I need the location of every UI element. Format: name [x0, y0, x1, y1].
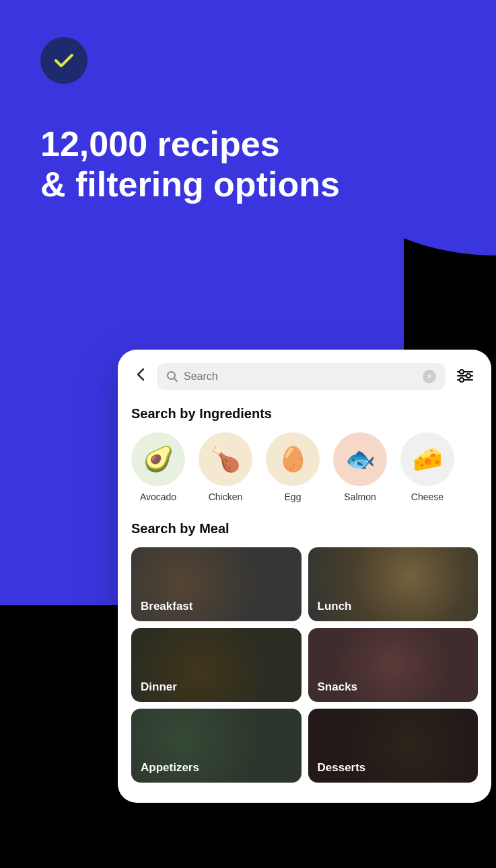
ingredients-title: Search by Ingredients [131, 406, 478, 422]
meals-title: Search by Meal [131, 521, 478, 537]
check-badge [40, 37, 87, 84]
chicken-label: Chicken [209, 491, 243, 502]
ingredients-row: 🥑 Avocado 🍗 Chicken 🥚 Egg 🐟 Salmon 🧀 Che… [131, 432, 478, 502]
meals-section: Search by Meal Breakfast Lunch Dinner Sn… [131, 521, 478, 783]
lunch-label: Lunch [318, 600, 352, 613]
hero-title: 12,000 recipes & filtering options [40, 124, 456, 205]
chicken-circle: 🍗 [199, 432, 252, 486]
back-button[interactable] [131, 365, 150, 388]
ingredient-cheese[interactable]: 🧀 Cheese [400, 432, 454, 502]
back-arrow-icon [137, 368, 145, 381]
checkmark-icon [52, 48, 76, 73]
search-input[interactable] [184, 370, 417, 383]
avocado-circle: 🥑 [131, 432, 185, 486]
meal-grid: Breakfast Lunch Dinner Snacks Appetizers [131, 547, 478, 783]
svg-line-1 [174, 379, 178, 382]
meal-breakfast[interactable]: Breakfast [131, 547, 302, 621]
breakfast-label: Breakfast [141, 600, 193, 613]
app-card: × Search by Ingredients 🥑 Avocado 🍗 Chic… [118, 350, 491, 803]
svg-point-7 [460, 378, 464, 382]
ingredient-avocado[interactable]: 🥑 Avocado [131, 432, 185, 502]
hero-section: 12,000 recipes & filtering options [0, 0, 496, 205]
cheese-circle: 🧀 [400, 432, 454, 486]
avocado-label: Avocado [140, 491, 176, 502]
meal-dinner[interactable]: Dinner [131, 628, 302, 702]
snacks-label: Snacks [318, 680, 358, 694]
search-input-container: × [157, 363, 446, 390]
search-bar-row: × [131, 363, 478, 390]
search-icon [166, 370, 178, 383]
cheese-label: Cheese [411, 491, 444, 502]
svg-point-6 [466, 374, 470, 378]
meal-snacks[interactable]: Snacks [308, 628, 479, 702]
meal-appetizers[interactable]: Appetizers [131, 709, 302, 783]
ingredient-egg[interactable]: 🥚 Egg [266, 432, 320, 502]
desserts-label: Desserts [318, 761, 366, 775]
dinner-label: Dinner [141, 680, 177, 694]
svg-point-5 [460, 370, 464, 374]
clear-button[interactable]: × [423, 370, 436, 383]
meal-desserts[interactable]: Desserts [308, 709, 479, 783]
egg-circle: 🥚 [266, 432, 320, 486]
meal-lunch[interactable]: Lunch [308, 547, 479, 621]
filter-button[interactable] [452, 364, 478, 389]
salmon-label: Salmon [344, 491, 376, 502]
salmon-circle: 🐟 [333, 432, 387, 486]
ingredients-section: Search by Ingredients 🥑 Avocado 🍗 Chicke… [131, 406, 478, 502]
ingredient-chicken[interactable]: 🍗 Chicken [199, 432, 252, 502]
egg-label: Egg [285, 491, 302, 502]
sliders-icon [456, 368, 474, 383]
appetizers-label: Appetizers [141, 761, 199, 775]
ingredient-salmon[interactable]: 🐟 Salmon [333, 432, 387, 502]
